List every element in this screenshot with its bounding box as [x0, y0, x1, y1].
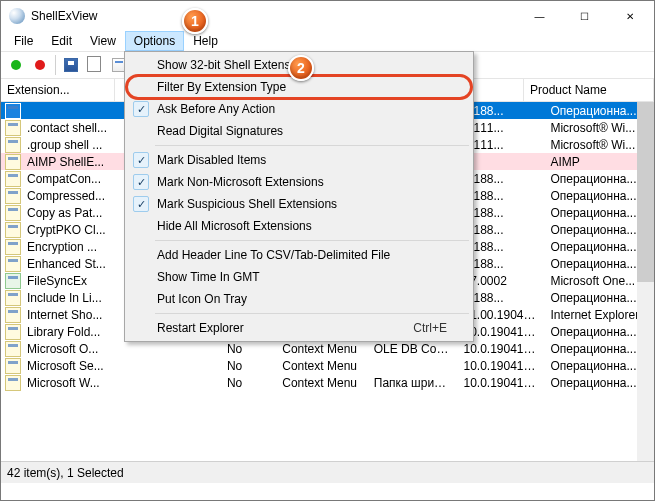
item-icon [5, 188, 21, 204]
item-icon [5, 290, 21, 306]
item-icon [5, 222, 21, 238]
item-icon [5, 137, 21, 153]
app-icon [9, 8, 25, 24]
menu-help[interactable]: Help [184, 31, 227, 51]
item-icon [5, 239, 21, 255]
menu-read-digital-signatures[interactable]: Read Digital Signatures [127, 120, 471, 142]
scrollbar-track[interactable] [637, 102, 654, 461]
item-icon [5, 273, 21, 289]
menu-put-icon-on-tray[interactable]: Put Icon On Tray [127, 288, 471, 310]
green-dot-icon [11, 60, 21, 70]
item-icon [5, 120, 21, 136]
item-icon [5, 358, 21, 374]
menu-file[interactable]: File [5, 31, 42, 51]
cell-type: Context Menu [276, 359, 368, 373]
copy-button[interactable] [84, 54, 106, 76]
callout-badge-1: 1 [182, 8, 208, 34]
item-icon [5, 256, 21, 272]
table-row[interactable]: Microsoft Se...NoContext Menu10.0.19041.… [1, 357, 654, 374]
red-dot-icon [35, 60, 45, 70]
item-icon [5, 205, 21, 221]
menu-separator [155, 240, 469, 241]
scrollbar-thumb[interactable] [637, 102, 654, 282]
cell-type: Context Menu [276, 342, 368, 356]
cell-disabled: No [221, 376, 276, 390]
menu-mark-suspicious[interactable]: ✓Mark Suspicious Shell Extensions [127, 193, 471, 215]
close-button[interactable]: ✕ [607, 2, 652, 31]
menu-separator [155, 313, 469, 314]
menu-add-header-line[interactable]: Add Header Line To CSV/Tab-Delimited Fil… [127, 244, 471, 266]
menu-hide-all-microsoft[interactable]: Hide All Microsoft Extensions [127, 215, 471, 237]
check-icon: ✓ [133, 152, 149, 168]
item-icon [5, 171, 21, 187]
disable-button[interactable] [29, 54, 51, 76]
cell-version: 10.0.19041.188... [457, 359, 544, 373]
menu-separator [155, 145, 469, 146]
menu-options[interactable]: Options [125, 31, 184, 51]
enable-button[interactable] [5, 54, 27, 76]
toolbar-separator [55, 55, 56, 75]
header-product-name[interactable]: Product Name [524, 79, 654, 101]
cell-name: Microsoft W... [21, 376, 221, 390]
cell-description: OLE DB Core S... [368, 342, 458, 356]
options-dropdown: Show 32-bit Shell Extensions Filter By E… [124, 51, 474, 342]
item-icon [5, 341, 21, 357]
menu-ask-before-any-action[interactable]: ✓Ask Before Any Action [127, 98, 471, 120]
cell-version: 10.0.19041.746 ... [457, 342, 544, 356]
status-text: 42 item(s), 1 Selected [7, 466, 124, 480]
item-icon [5, 307, 21, 323]
check-icon: ✓ [133, 101, 149, 117]
menu-show-time-gmt[interactable]: Show Time In GMT [127, 266, 471, 288]
menu-mark-disabled-items[interactable]: ✓Mark Disabled Items [127, 149, 471, 171]
save-button[interactable] [60, 54, 82, 76]
menubar: File Edit View Options Help [1, 31, 654, 51]
menu-view[interactable]: View [81, 31, 125, 51]
cell-disabled: No [221, 359, 276, 373]
menu-edit[interactable]: Edit [42, 31, 81, 51]
cell-disabled: No [221, 342, 276, 356]
check-icon: ✓ [133, 196, 149, 212]
check-icon: ✓ [133, 174, 149, 190]
callout-badge-2: 2 [288, 55, 314, 81]
maximize-button[interactable]: ☐ [562, 2, 607, 31]
titlebar: ShellExView — ☐ ✕ [1, 1, 654, 31]
item-icon [5, 154, 21, 170]
menu-mark-non-microsoft[interactable]: ✓Mark Non-Microsoft Extensions [127, 171, 471, 193]
cell-description: Папка шрифт... [368, 376, 458, 390]
item-icon [5, 103, 21, 119]
item-icon [5, 324, 21, 340]
cell-type: Context Menu [276, 376, 368, 390]
copy-icon [89, 58, 101, 72]
save-icon [64, 58, 78, 72]
window-title: ShellExView [31, 9, 97, 23]
table-row[interactable]: Microsoft W...NoContext MenuПапка шрифт.… [1, 374, 654, 391]
menu-restart-explorer[interactable]: Restart ExplorerCtrl+E [127, 317, 471, 339]
table-row[interactable]: Microsoft O...NoContext MenuOLE DB Core … [1, 340, 654, 357]
header-extension-name[interactable]: Extension... [1, 79, 115, 101]
statusbar: 42 item(s), 1 Selected [1, 461, 654, 483]
cell-name: Microsoft Se... [21, 359, 221, 373]
minimize-button[interactable]: — [517, 2, 562, 31]
cell-name: Microsoft O... [21, 342, 221, 356]
cell-version: 10.0.19041.188... [457, 376, 544, 390]
item-icon [5, 375, 21, 391]
